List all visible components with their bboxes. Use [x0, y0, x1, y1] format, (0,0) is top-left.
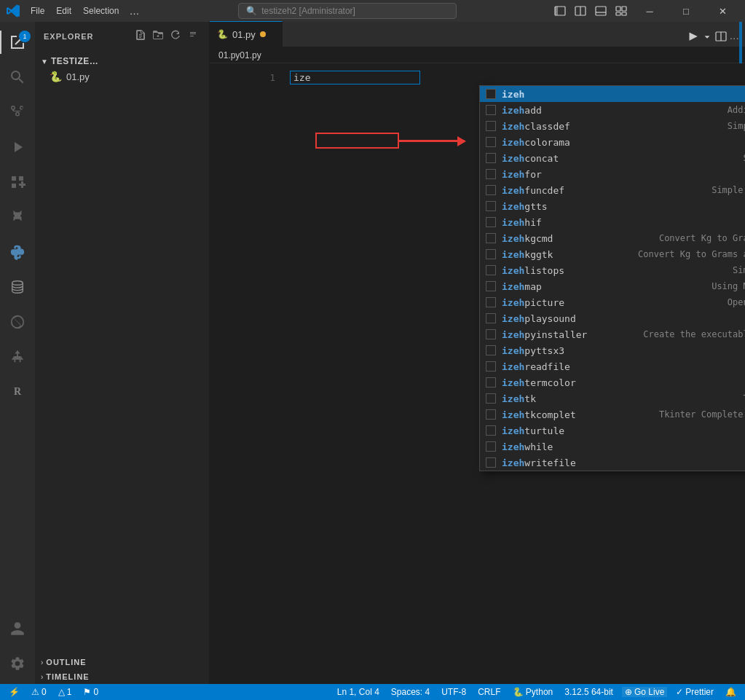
autocomplete-item-19[interactable]: izehtk Tkinter Basic Window: [480, 390, 745, 406]
status-line-ending[interactable]: CRLF: [475, 687, 503, 697]
menu-selection[interactable]: Selection: [77, 0, 125, 22]
status-bell[interactable]: 🔔: [722, 687, 739, 697]
project-root[interactable]: ▼ TESTIZE…: [35, 53, 209, 69]
menu-file[interactable]: File: [25, 0, 50, 22]
autocomplete-item-14[interactable]: izehplaysound Playsound: [480, 310, 745, 326]
ac-checkbox-9: [486, 233, 496, 243]
autocomplete-item-8[interactable]: izehhif Python If Statement: [480, 214, 745, 230]
ac-desc-11: Simple List Operations: [733, 265, 745, 275]
maximize-button[interactable]: □: [669, 0, 703, 22]
autocomplete-item-3[interactable]: izehcolorama Colorama: [480, 134, 745, 150]
status-golive[interactable]: ⊕ Go Live: [622, 687, 667, 697]
autocomplete-item-2[interactable]: izehclassdef Simple Class Definition: [480, 118, 745, 134]
autocomplete-item-7[interactable]: izehgtts Gtts: [480, 198, 745, 214]
status-spaces[interactable]: Spaces: 4: [388, 687, 433, 697]
autocomplete-item-10[interactable]: izehkggtk Convert Kg to Grams and Pounds…: [480, 246, 745, 262]
ac-desc-10: Convert Kg to Grams and Pounds (Tkinter): [638, 249, 745, 259]
tab-01py[interactable]: 🐍 01.py: [210, 21, 283, 47]
svg-rect-4: [596, 7, 606, 15]
line-number-1: 1: [246, 72, 275, 83]
autocomplete-item-0[interactable]: izeh Python Basics: [480, 86, 745, 102]
ac-label-18: izehtermcolor: [502, 377, 745, 388]
line-ending-text: CRLF: [478, 687, 500, 697]
autocomplete-item-21[interactable]: izehturtule Using turtle: [480, 422, 745, 439]
layout-sidebar-icon[interactable]: [551, 2, 569, 20]
autocomplete-item-1[interactable]: izehadd Addition of Two Numbers: [480, 102, 745, 118]
run-button[interactable]: [686, 30, 699, 47]
ac-label-11: izehlistops: [502, 265, 727, 276]
autocomplete-item-23[interactable]: izehwritefile Write to File: [480, 455, 745, 471]
new-file-action[interactable]: [133, 28, 148, 44]
explorer-title: EXPLORER: [44, 32, 94, 41]
status-cursor[interactable]: Ln 1, Col 4: [334, 687, 382, 697]
activity-extensions[interactable]: [0, 165, 35, 200]
more-actions-btn[interactable]: ···: [730, 32, 739, 45]
code-input[interactable]: [290, 71, 420, 84]
autocomplete-item-11[interactable]: izehlistops Simple List Operations: [480, 262, 745, 278]
minimize-button[interactable]: ─: [633, 0, 666, 22]
python-version-text: 3.12.5 64-bit: [564, 687, 613, 697]
panel-icon[interactable]: [592, 2, 610, 20]
split-editor-btn[interactable]: [715, 31, 727, 46]
activity-python[interactable]: [0, 235, 35, 270]
golive-icon: ⊕: [625, 687, 632, 697]
status-prettier[interactable]: ✓ Prettier: [673, 687, 717, 697]
project-chevron: ▼: [41, 58, 48, 66]
status-remote[interactable]: ⚡: [6, 687, 23, 697]
new-folder-action[interactable]: [151, 28, 165, 44]
tab-bar: 🐍 01.py ···: [210, 22, 745, 47]
status-info[interactable]: ⚑ 0: [80, 687, 101, 697]
collapse-action[interactable]: [186, 28, 200, 44]
project-section: ▼ TESTIZE… 🐍 01.py: [35, 50, 209, 87]
explorer-badge: 1: [19, 31, 31, 42]
ac-checkbox-22: [486, 441, 496, 452]
outline-toggle[interactable]: › OUTLINE: [35, 655, 209, 669]
activity-settings[interactable]: [0, 646, 35, 681]
close-button[interactable]: ✕: [706, 0, 739, 22]
autocomplete-item-20[interactable]: izehtkcomplet Tkinter Complete Window wi…: [480, 406, 745, 422]
activity-database[interactable]: [0, 270, 35, 304]
ac-desc-12: Using Map (tkintermapview): [712, 281, 745, 291]
status-python-version[interactable]: 3.12.5 64-bit: [561, 687, 616, 697]
autocomplete-item-5[interactable]: izehfor Python For Loop: [480, 166, 745, 182]
status-encoding[interactable]: UTF-8: [438, 687, 469, 697]
activity-run-debug[interactable]: [0, 130, 35, 165]
status-warnings[interactable]: △ 1: [55, 687, 75, 697]
customize-layout-icon[interactable]: [612, 2, 630, 20]
refresh-action[interactable]: [168, 28, 183, 44]
menu-more[interactable]: …: [125, 0, 143, 22]
status-errors[interactable]: ⚠ 0: [28, 687, 50, 697]
autocomplete-item-6[interactable]: izehfuncdef Simple Function Definition: [480, 182, 745, 198]
autocomplete-item-17[interactable]: izehreadfile Read from File: [480, 358, 745, 374]
ac-desc-1: Addition of Two Numbers: [728, 105, 745, 115]
python-icon: 🐍: [217, 29, 228, 39]
vscode-logo: [6, 4, 20, 18]
autocomplete-item-4[interactable]: izehconcat String Concatenation: [480, 150, 745, 166]
activity-remote[interactable]: [0, 304, 35, 339]
run-chevron[interactable]: [702, 31, 712, 46]
menu-bar: File Edit Selection …: [25, 0, 143, 22]
autocomplete-item-18[interactable]: izehtermcolor Termcolor: [480, 374, 745, 390]
activity-r[interactable]: R: [0, 374, 35, 409]
autocomplete-item-16[interactable]: izehpyttsx3 Pyttsx3: [480, 342, 745, 358]
autocomplete-item-13[interactable]: izehpicture Open a Picture (Pillow): [480, 294, 745, 310]
activity-account[interactable]: [0, 611, 35, 646]
activity-testing[interactable]: [0, 200, 35, 235]
activity-tree[interactable]: [0, 339, 35, 374]
menu-edit[interactable]: Edit: [50, 0, 77, 22]
activity-explorer[interactable]: 1: [0, 25, 35, 60]
red-annotation: [315, 133, 465, 149]
editor-layout-icon[interactable]: [572, 2, 589, 20]
title-bar-center: 🔍 testizeh2 [Administrator]: [143, 3, 551, 19]
autocomplete-item-9[interactable]: izehkgcmd Convert Kg to Grams and Pounds…: [480, 230, 745, 246]
autocomplete-item-15[interactable]: izehpyinstaller Create the executable us…: [480, 326, 745, 342]
activity-search[interactable]: [0, 60, 35, 95]
file-01py[interactable]: 🐍 01.py: [35, 69, 209, 84]
timeline-toggle[interactable]: › TIMELINE: [35, 669, 209, 684]
prettier-text: Prettier: [685, 687, 714, 697]
autocomplete-item-12[interactable]: izehmap Using Map (tkintermapview): [480, 278, 745, 294]
title-search[interactable]: 🔍 testizeh2 [Administrator]: [238, 3, 457, 19]
autocomplete-item-22[interactable]: izehwhile Python While Loop: [480, 439, 745, 455]
status-language[interactable]: 🐍 Python: [510, 687, 556, 697]
activity-source-control[interactable]: [0, 95, 35, 130]
